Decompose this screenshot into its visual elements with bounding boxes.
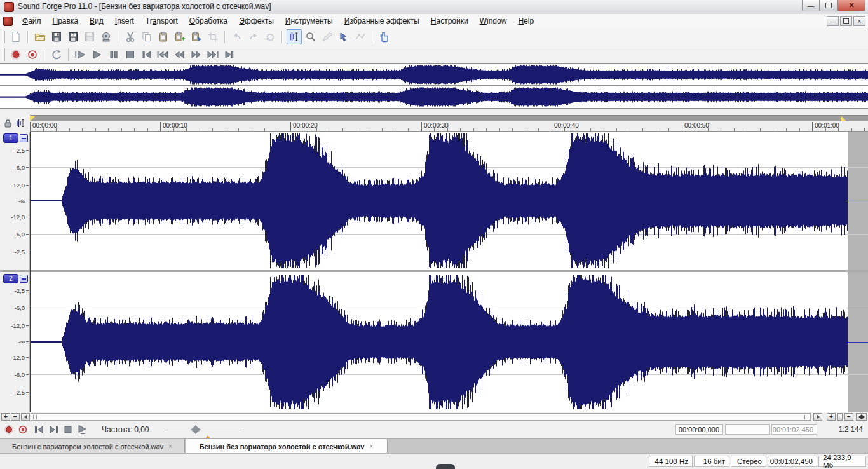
- magnify-tool-button[interactable]: [303, 29, 318, 44]
- zoom-slider-handle[interactable]: [837, 413, 843, 421]
- go-to-start-button[interactable]: [139, 47, 154, 62]
- save-as-button[interactable]: ?: [65, 29, 81, 44]
- forward-far-button[interactable]: [205, 47, 220, 62]
- time-ruler[interactable]: 00:00:0000:00:1000:00:2000:00:3000:00:40…: [30, 121, 868, 132]
- undo-button[interactable]: [229, 29, 245, 44]
- window-minimize-button[interactable]: —: [802, 0, 820, 11]
- region-start-flag[interactable]: [30, 116, 36, 121]
- selection-box[interactable]: [725, 424, 770, 435]
- tab-benzin-bez-variatora[interactable]: Бензин без вариатора холостой с отсечкой…: [186, 439, 388, 454]
- lock-icon[interactable]: [4, 119, 12, 128]
- toolbar-grip[interactable]: [2, 48, 5, 61]
- save-button[interactable]: [49, 29, 64, 44]
- menu-item-view[interactable]: Вид: [84, 15, 109, 27]
- menu-item-effects[interactable]: Эффекты: [233, 15, 280, 27]
- redo-button[interactable]: [246, 29, 261, 44]
- play-device-button-small[interactable]: [76, 424, 89, 435]
- edit-cursor-icon[interactable]: [15, 118, 25, 128]
- scroll-right-button[interactable]: [813, 413, 822, 421]
- scroll-left-button[interactable]: [21, 413, 30, 421]
- zoom-in-button[interactable]: +: [827, 413, 836, 421]
- loop-region-bar[interactable]: [30, 115, 868, 121]
- stop-button[interactable]: [123, 47, 138, 62]
- menu-item-insert[interactable]: Insert: [109, 15, 140, 27]
- menu-item-favorites[interactable]: Избранные эффекты: [339, 15, 425, 27]
- scrub-slider-thumb[interactable]: [191, 425, 201, 434]
- envelope-tool-button[interactable]: [353, 29, 368, 44]
- record-button[interactable]: [8, 47, 24, 62]
- zoom-ratio-readout[interactable]: 1:2 144: [839, 425, 863, 433]
- menu-item-window[interactable]: Window: [474, 15, 513, 27]
- forward-button[interactable]: [189, 47, 204, 62]
- paste-to-new-button[interactable]: [189, 29, 204, 44]
- play-all-button[interactable]: [73, 47, 88, 62]
- go-to-end-button[interactable]: [222, 47, 237, 62]
- open-button[interactable]: [32, 29, 48, 44]
- event-tool-button[interactable]: [336, 29, 351, 44]
- rewind-button[interactable]: [172, 47, 187, 62]
- tab-benzin-s-variatorom[interactable]: Бензин с вариатором холостой с отсечкой.…: [0, 439, 185, 454]
- save-all-button[interactable]: [82, 29, 97, 44]
- play-button[interactable]: [90, 47, 105, 62]
- channel-1-badge[interactable]: 1: [3, 133, 18, 143]
- zoom-out-button[interactable]: −: [844, 413, 853, 421]
- go-to-end-button-small[interactable]: [48, 424, 60, 435]
- scrollbar-thumb[interactable]: [31, 413, 811, 421]
- paste-button[interactable]: [156, 29, 171, 44]
- overview-waveform-panel[interactable]: [0, 64, 868, 109]
- repeat-button[interactable]: [262, 29, 278, 44]
- bit-depth-box[interactable]: 16 бит: [694, 456, 729, 467]
- mdi-restore-button[interactable]: [840, 16, 852, 26]
- main-waveform[interactable]: [30, 132, 868, 412]
- paste-special-button[interactable]: [172, 29, 187, 44]
- cut-button[interactable]: [123, 29, 138, 44]
- pencil-tool-button[interactable]: [320, 29, 335, 44]
- menu-item-transport[interactable]: Transport: [140, 15, 184, 27]
- menu-item-options[interactable]: Настройки: [425, 15, 474, 27]
- tab-close-icon[interactable]: ×: [369, 443, 373, 450]
- menu-item-edit[interactable]: Правка: [47, 15, 85, 27]
- menu-item-help[interactable]: Help: [512, 15, 539, 27]
- free-space-box[interactable]: 24 233,9 Мб: [818, 456, 866, 467]
- region-end-flag[interactable]: [841, 116, 846, 121]
- trim-button[interactable]: [205, 29, 220, 44]
- waveform-editor[interactable]: [30, 132, 868, 412]
- zoom-fit-button[interactable]: [856, 413, 867, 421]
- menu-item-process[interactable]: Обработка: [184, 15, 234, 27]
- channel-mode-box[interactable]: Стерео: [731, 456, 766, 467]
- loop-playback-button[interactable]: [49, 47, 64, 62]
- length-box[interactable]: 00:01:02,450: [771, 424, 817, 435]
- zoom-out-time-button[interactable]: −: [11, 413, 20, 421]
- record-remote-button-small[interactable]: [17, 424, 29, 435]
- menu-item-file[interactable]: Файл: [17, 15, 47, 27]
- toolbar-grip[interactable]: [2, 31, 5, 43]
- taskbar-peek[interactable]: [436, 464, 455, 469]
- pause-button[interactable]: [106, 47, 121, 62]
- channel-2-badge[interactable]: 2: [3, 274, 18, 283]
- channel-1-minimize-button[interactable]: [20, 134, 28, 142]
- window-restore-button[interactable]: [820, 0, 837, 11]
- mdi-close-button[interactable]: ×: [853, 16, 865, 26]
- whats-this-button[interactable]: [377, 29, 392, 44]
- new-button[interactable]: [8, 29, 24, 44]
- scrub-slider-track[interactable]: [164, 430, 241, 430]
- go-to-start-button-small[interactable]: [33, 424, 46, 435]
- stop-button-small[interactable]: [62, 424, 74, 435]
- record-remote-button[interactable]: [25, 47, 40, 62]
- edit-tool-button[interactable]: [287, 29, 302, 44]
- rewind-far-button[interactable]: [156, 47, 171, 62]
- copy-button[interactable]: [139, 29, 154, 44]
- mdi-minimize-button[interactable]: —: [827, 16, 839, 26]
- publish-button[interactable]: [98, 29, 114, 44]
- sample-rate-box[interactable]: 44 100 Hz: [649, 456, 693, 467]
- window-close-button[interactable]: ✕: [837, 0, 865, 11]
- tab-close-icon[interactable]: ×: [168, 443, 172, 450]
- zoom-in-time-button[interactable]: +: [1, 413, 10, 421]
- channel-2-minimize-button[interactable]: [20, 275, 28, 283]
- overview-waveform[interactable]: [0, 64, 868, 109]
- length-status-box[interactable]: 00:01:02,450: [768, 456, 817, 467]
- menu-item-tools[interactable]: Инструменты: [280, 15, 339, 27]
- record-button-small[interactable]: [3, 424, 15, 435]
- document-icon[interactable]: [3, 17, 13, 26]
- cursor-position-box[interactable]: 00:00:00,000: [675, 424, 723, 435]
